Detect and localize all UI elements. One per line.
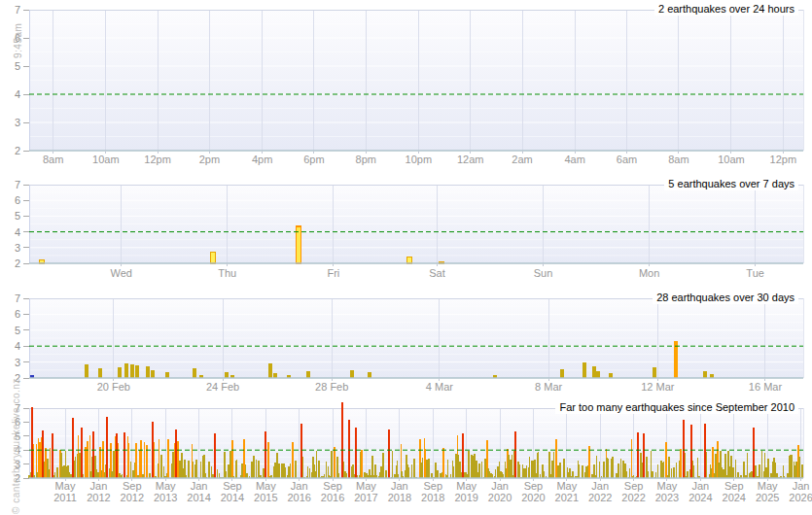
earthquake-bar[interactable] [471, 455, 473, 478]
earthquake-bar[interactable] [679, 461, 681, 478]
earthquake-bar[interactable] [292, 442, 294, 478]
earthquake-bar[interactable] [668, 457, 670, 478]
earthquake-bar[interactable] [435, 463, 437, 478]
earthquake-bar[interactable] [350, 370, 354, 378]
earthquake-bar[interactable] [159, 439, 160, 478]
earthquake-bar[interactable] [787, 473, 789, 478]
earthquake-bar[interactable] [735, 460, 737, 478]
earthquake-bar[interactable] [582, 465, 583, 478]
earthquake-bar[interactable] [128, 443, 130, 478]
earthquake-bar[interactable] [109, 468, 111, 478]
earthquake-bar[interactable] [75, 457, 77, 478]
earthquake-bar[interactable] [442, 448, 444, 478]
earthquake-bar[interactable] [497, 466, 499, 478]
earthquake-bar[interactable] [346, 473, 348, 478]
earthquake-bar[interactable] [312, 457, 314, 478]
earthquake-bar[interactable] [311, 472, 313, 478]
earthquake-bar[interactable] [124, 363, 128, 378]
earthquake-bar[interactable] [568, 472, 570, 478]
earthquake-bar[interactable] [195, 460, 197, 478]
earthquake-bar[interactable] [703, 371, 707, 378]
earthquake-bar[interactable] [385, 470, 387, 478]
earthquake-bar[interactable] [355, 428, 357, 478]
earthquake-bar[interactable] [599, 462, 601, 478]
earthquake-bar[interactable] [67, 465, 69, 478]
earthquake-bar[interactable] [413, 459, 415, 478]
earthquake-bar[interactable] [85, 364, 88, 378]
earthquake-bar[interactable] [140, 440, 142, 478]
earthquake-bar[interactable] [618, 473, 620, 478]
earthquake-bar[interactable] [405, 470, 406, 478]
earthquake-bar[interactable] [146, 366, 150, 378]
earthquake-bar[interactable] [231, 440, 233, 478]
earthquake-bar[interactable] [217, 469, 219, 478]
earthquake-bar[interactable] [625, 471, 627, 478]
earthquake-bar[interactable] [596, 371, 600, 378]
earthquake-bar[interactable] [408, 467, 410, 478]
earthquake-bar[interactable] [555, 439, 557, 478]
earthquake-bar[interactable] [569, 468, 571, 478]
earthquake-bar[interactable] [177, 441, 179, 478]
earthquake-bar[interactable] [484, 459, 486, 478]
earthquake-bar[interactable] [660, 461, 662, 478]
earthquake-bar[interactable] [767, 459, 769, 478]
earthquake-bar[interactable] [495, 469, 497, 478]
earthquake-bar[interactable] [99, 447, 101, 478]
earthquake-bar[interactable] [95, 469, 97, 478]
earthquake-bar[interactable] [612, 457, 614, 478]
earthquake-bar[interactable] [593, 464, 595, 478]
earthquake-bar[interactable] [764, 453, 766, 478]
earthquake-bar[interactable] [718, 463, 720, 478]
earthquake-bar[interactable] [455, 454, 457, 478]
earthquake-bar[interactable] [160, 455, 162, 478]
earthquake-bar[interactable] [676, 463, 678, 478]
earthquake-bar[interactable] [208, 462, 210, 478]
earthquake-bar[interactable] [72, 418, 74, 478]
earthquake-bar[interactable] [200, 462, 202, 478]
earthquake-bar[interactable] [326, 462, 328, 478]
earthquake-bar[interactable] [671, 468, 673, 478]
earthquake-bar[interactable] [316, 451, 318, 478]
earthquake-bar[interactable] [97, 472, 99, 478]
earthquake-bar[interactable] [567, 467, 569, 478]
earthquake-bar[interactable] [243, 439, 245, 478]
earthquake-bar[interactable] [175, 429, 177, 478]
earthquake-bar[interactable] [318, 461, 320, 478]
earthquake-bar[interactable] [78, 435, 80, 478]
earthquake-bar[interactable] [453, 466, 455, 478]
earthquake-bar[interactable] [288, 466, 290, 478]
earthquake-bar[interactable] [643, 433, 645, 478]
earthquake-bar[interactable] [179, 461, 181, 478]
earthquake-bar[interactable] [256, 460, 258, 478]
earthquake-bar[interactable] [163, 466, 165, 478]
earthquake-bar[interactable] [437, 470, 439, 478]
earthquake-bar[interactable] [559, 463, 561, 478]
earthquake-bar[interactable] [360, 452, 362, 478]
earthquake-bar[interactable] [704, 424, 706, 478]
earthquake-bar[interactable] [228, 464, 229, 478]
earthquake-bar[interactable] [529, 457, 531, 478]
earthquake-bar[interactable] [245, 464, 247, 478]
earthquake-bar[interactable] [687, 471, 688, 478]
earthquake-bar[interactable] [307, 466, 309, 478]
earthquake-bar[interactable] [674, 341, 678, 378]
earthquake-bar[interactable] [295, 461, 297, 478]
earthquake-bar[interactable] [225, 471, 227, 478]
earthquake-bar[interactable] [583, 362, 586, 378]
earthquake-bar[interactable] [81, 428, 83, 478]
earthquake-bar[interactable] [214, 433, 216, 478]
earthquake-bar[interactable] [663, 462, 665, 478]
earthquake-bar[interactable] [637, 432, 639, 478]
earthquake-bar[interactable] [737, 472, 739, 478]
earthquake-bar[interactable] [406, 464, 408, 478]
earthquake-bar[interactable] [428, 459, 430, 478]
earthquake-bar[interactable] [715, 454, 717, 478]
earthquake-bar[interactable] [392, 451, 394, 478]
earthquake-bar[interactable] [62, 466, 64, 478]
earthquake-bar[interactable] [798, 457, 800, 478]
earthquake-bar[interactable] [422, 458, 424, 478]
earthquake-bar[interactable] [50, 448, 52, 478]
earthquake-bar[interactable] [689, 469, 691, 478]
earthquake-bar[interactable] [468, 451, 470, 478]
earthquake-bar[interactable] [380, 466, 382, 478]
